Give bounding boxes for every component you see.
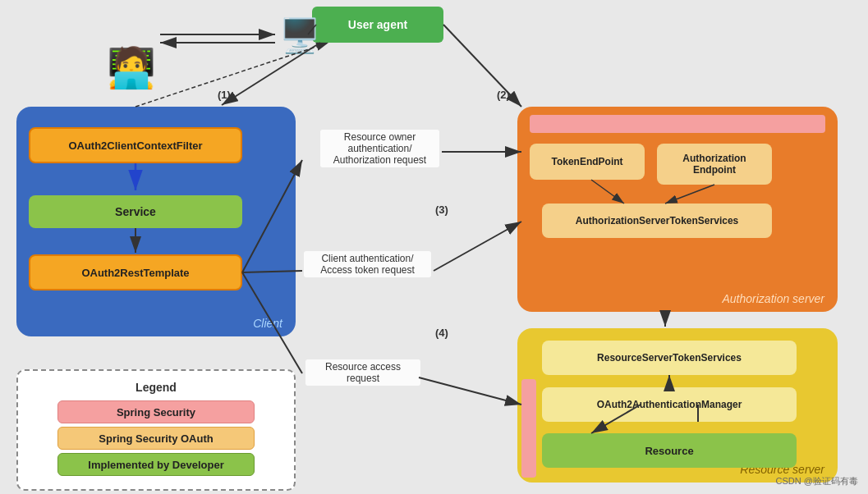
main-container: User agent 🖥️ 🧑‍💻 Client OAuth2ClientCon… [0, 0, 868, 494]
arrow-num-4: (4) [435, 327, 448, 339]
auth-server-token-services: AuthorizationServerTokenServices [542, 204, 772, 238]
svg-line-15 [434, 222, 521, 271]
legend-spring-security: Spring Security [57, 400, 255, 423]
watermark: CSDN @验证码有毒 [776, 475, 858, 487]
pink-vertical-bar [521, 379, 536, 478]
legend-box: Legend Spring Security Spring Security O… [16, 369, 296, 491]
auth-endpoint: Authorization Endpoint [657, 144, 772, 185]
user-agent-label: User agent [348, 18, 407, 31]
legend-spring-security-oauth: Spring Security OAuth [57, 427, 255, 450]
client-label: Client [253, 317, 282, 330]
client-auth-label: Client authentication/Access token reque… [304, 251, 431, 277]
monitor-icon: 🖥️ [279, 16, 320, 55]
auth-server-pink-bar [530, 115, 825, 133]
resource-server-token-svc: ResourceServerTokenServices [542, 341, 797, 375]
resource-box: Resource [542, 433, 797, 468]
arrow-num-3: (3) [435, 204, 448, 216]
user-agent-box: User agent [312, 7, 443, 43]
auth-server-label: Authorization server [722, 292, 824, 305]
resource-owner-auth-label: Resource ownerauthentication/Authorizati… [320, 130, 439, 167]
arrow-num-2: (2) [497, 89, 510, 101]
legend-developer: Implemented by Developer [57, 453, 255, 476]
service-box: Service [29, 195, 242, 228]
oauth2-rest-template: OAuth2RestTemplate [29, 254, 242, 290]
legend-title: Legend [31, 381, 281, 394]
oauth2-auth-manager: OAuth2AuthenticationManager [542, 387, 797, 422]
oauth2-context-filter: OAuth2ClientContextFilter [29, 127, 242, 163]
arrow-num-1: (1) [218, 89, 231, 101]
token-endpoint: TokenEndPoint [530, 144, 645, 180]
svg-line-17 [419, 377, 521, 405]
user-person-icon: 🧑‍💻 [107, 45, 156, 91]
resource-access-label: Resource accessrequest [305, 359, 420, 386]
